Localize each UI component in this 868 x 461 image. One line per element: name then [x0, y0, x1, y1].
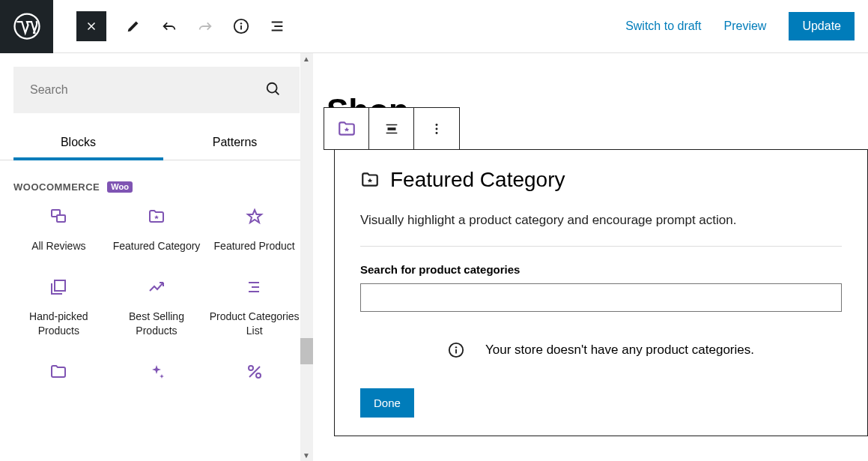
update-button[interactable]: Update [789, 12, 855, 40]
scroll-up-arrow[interactable]: ▲ [303, 55, 310, 63]
svg-point-10 [436, 124, 438, 126]
undo-button[interactable] [160, 17, 178, 35]
close-icon [85, 19, 98, 33]
sidebar-scrollbar[interactable]: ▲ ▼ [300, 53, 313, 461]
folder-star-icon [360, 170, 380, 190]
woo-badge: Woo [107, 181, 133, 193]
svg-point-2 [240, 22, 242, 24]
block-all-reviews[interactable]: All Reviews [13, 208, 104, 254]
list-icon [246, 278, 264, 296]
svg-rect-9 [387, 127, 395, 130]
folder-star-icon [337, 119, 356, 139]
block-item[interactable] [209, 363, 300, 394]
block-item[interactable] [112, 363, 202, 394]
block-description: Visually highlight a product category an… [360, 213, 842, 247]
block-featured-category[interactable]: Featured Category [112, 208, 202, 254]
details-button[interactable] [232, 17, 250, 35]
undo-icon [161, 18, 177, 34]
info-icon [448, 342, 464, 358]
folder-star-icon [148, 208, 166, 226]
top-toolbar: Switch to draft Preview Update [0, 0, 868, 53]
redo-icon [197, 18, 213, 34]
block-title: Featured Category [390, 168, 565, 192]
svg-rect-5 [57, 215, 65, 222]
section-header-woocommerce: WOOCOMMERCE Woo [13, 181, 300, 193]
stack-icon [49, 278, 67, 296]
tab-patterns[interactable]: Patterns [157, 128, 313, 160]
svg-point-14 [455, 346, 457, 348]
outline-button[interactable] [268, 17, 286, 35]
more-options-button[interactable] [414, 108, 459, 149]
align-button[interactable] [369, 108, 414, 149]
featured-category-block-placeholder: Featured Category Visually highlight a p… [334, 149, 868, 436]
tab-blocks[interactable]: Blocks [0, 128, 157, 160]
block-item[interactable] [13, 363, 104, 394]
info-icon [233, 18, 249, 34]
svg-point-3 [267, 83, 277, 93]
wordpress-icon [13, 13, 40, 40]
svg-point-12 [436, 132, 438, 134]
search-input[interactable] [30, 83, 265, 97]
sparkle-icon [148, 363, 166, 381]
redo-button[interactable] [196, 17, 214, 35]
chat-icon [49, 208, 67, 226]
edit-tool-button[interactable] [124, 17, 142, 35]
list-view-icon [269, 18, 285, 34]
block-type-button[interactable] [324, 108, 369, 149]
star-icon [246, 208, 264, 226]
trend-icon [148, 278, 166, 296]
block-best-selling-products[interactable]: Best Selling Products [112, 278, 202, 339]
preview-link[interactable]: Preview [724, 19, 767, 33]
pencil-icon [125, 18, 142, 34]
empty-state-message: Your store doesn't have any product cate… [485, 343, 754, 358]
switch-to-draft-link[interactable]: Switch to draft [625, 19, 701, 33]
block-toolbar [324, 107, 460, 150]
block-search-box [13, 67, 300, 113]
wordpress-logo[interactable] [0, 0, 53, 53]
align-icon [383, 121, 400, 137]
editor-canvas: Shop Featured Category Visually highligh… [313, 53, 868, 461]
percent-icon [246, 363, 264, 381]
scrollbar-thumb[interactable] [300, 338, 313, 364]
svg-rect-6 [55, 280, 65, 291]
active-tab-indicator [13, 157, 163, 160]
scroll-down-arrow[interactable]: ▼ [303, 451, 310, 460]
block-inserter-panel: Blocks Patterns WOOCOMMERCE Woo All Revi… [0, 53, 313, 461]
svg-point-7 [249, 366, 253, 370]
block-grid: All Reviews Featured Category Featured P… [13, 208, 300, 394]
close-inserter-button[interactable] [76, 11, 106, 41]
category-search-input[interactable] [360, 283, 842, 312]
folder-icon [49, 363, 67, 381]
kebab-icon [428, 121, 445, 137]
block-featured-product[interactable]: Featured Product [209, 208, 300, 254]
svg-point-8 [256, 373, 261, 378]
svg-point-11 [436, 127, 438, 130]
block-hand-picked-products[interactable]: Hand-picked Products [13, 278, 104, 339]
search-icon [265, 81, 283, 99]
category-search-label: Search for product categories [360, 263, 842, 276]
done-button[interactable]: Done [360, 388, 414, 418]
block-product-categories-list[interactable]: Product Categories List [209, 278, 300, 339]
